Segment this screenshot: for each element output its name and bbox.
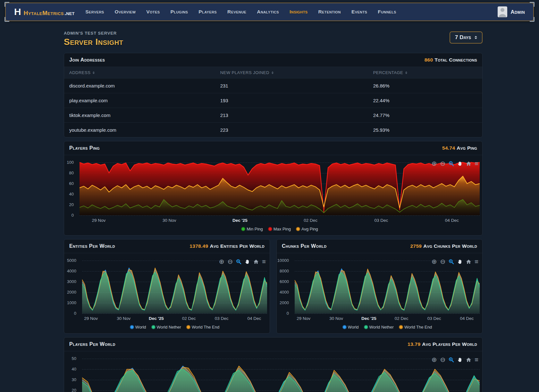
nav-item-revenue[interactable]: Revenue bbox=[227, 9, 246, 15]
table-cell: 24.77% bbox=[373, 113, 477, 118]
stat-value: 2759 bbox=[410, 243, 422, 249]
home-icon[interactable] bbox=[466, 259, 471, 264]
area-world-nether bbox=[82, 271, 267, 313]
user-name: Admin bbox=[510, 9, 525, 15]
home-icon[interactable] bbox=[466, 161, 471, 166]
stat-value: 13.79 bbox=[408, 341, 420, 347]
legend-item-world-the-end[interactable]: World The End bbox=[186, 325, 219, 329]
y-tick-label: 60 bbox=[69, 181, 74, 186]
stat-label: Total Connections bbox=[434, 57, 477, 63]
menu-icon[interactable]: ≡ bbox=[262, 258, 266, 265]
legend-item-world[interactable]: World bbox=[342, 325, 359, 329]
date-range-label: 7 Days bbox=[455, 34, 471, 41]
zoom-out-icon[interactable]: ⊖ bbox=[228, 258, 233, 265]
nav-item-insights[interactable]: Insights bbox=[290, 9, 307, 15]
zoom-in-icon[interactable]: ⊕ bbox=[432, 258, 437, 265]
column-header-new-players-joined[interactable]: NEW PLAYERS JOINED bbox=[220, 70, 373, 75]
column-header-percentage[interactable]: PERCENTAGE bbox=[373, 70, 477, 75]
y-tick-label: 8000 bbox=[280, 269, 289, 273]
pan-icon[interactable] bbox=[457, 259, 463, 264]
home-icon[interactable] bbox=[253, 259, 259, 264]
players-ping-panel: Players Ping 54.74Avg Ping 020406080100 … bbox=[64, 141, 483, 236]
zoom-out-icon[interactable]: ⊖ bbox=[440, 356, 446, 363]
entities-chart[interactable]: 010002000300040005000 ⊕ ⊖ ≡ 29 Nov30 Nov… bbox=[64, 253, 270, 333]
nav-item-events[interactable]: Events bbox=[351, 9, 367, 15]
players-per-world-chart[interactable]: 01020304050 ⊕ ⊖ ≡ 29 Nov30 NovDec '2502 … bbox=[64, 351, 482, 392]
legend-dot bbox=[186, 325, 190, 329]
legend-item-world-the-end[interactable]: World The End bbox=[399, 325, 432, 329]
x-tick-label: Dec '25 bbox=[149, 316, 164, 321]
menu-icon[interactable]: ≡ bbox=[475, 160, 478, 167]
server-name-eyebrow: ADMIN'S TEST SERVER bbox=[64, 31, 123, 36]
y-tick-label: 20 bbox=[72, 388, 76, 392]
plot-area[interactable]: ⊕ ⊖ ≡ bbox=[80, 160, 480, 215]
x-tick-label: 04 Dec bbox=[460, 316, 474, 321]
legend-item-min-ping[interactable]: Min Ping bbox=[241, 227, 263, 231]
home-icon[interactable] bbox=[466, 357, 471, 363]
box-zoom-icon[interactable] bbox=[449, 259, 454, 264]
nav-item-funnels[interactable]: Funnels bbox=[378, 9, 396, 15]
sort-icon[interactable] bbox=[272, 71, 274, 74]
page-header: ADMIN'S TEST SERVER Server Insight 7 Day… bbox=[64, 31, 483, 47]
sort-icon[interactable] bbox=[405, 71, 407, 74]
y-tick-label: 5000 bbox=[67, 258, 76, 263]
legend-dot bbox=[268, 227, 272, 231]
legend-item-world[interactable]: World bbox=[130, 325, 146, 329]
nav-item-overview[interactable]: Overview bbox=[115, 9, 136, 15]
pan-icon[interactable] bbox=[457, 161, 463, 166]
x-tick-label: 04 Dec bbox=[445, 218, 459, 223]
box-zoom-icon[interactable] bbox=[236, 259, 241, 264]
brand[interactable]: H HytaleMetrics .net bbox=[14, 7, 74, 17]
x-axis: 29 Nov30 NovDec '2502 Dec03 Dec04 Dec bbox=[82, 315, 267, 322]
date-range-select[interactable]: 7 Days bbox=[450, 31, 483, 44]
table-cell: tiktok.example.com bbox=[69, 113, 220, 118]
players-ping-chart[interactable]: 020406080100 ⊕ ⊖ ≡ 29 Nov30 NovDec '2502… bbox=[64, 155, 482, 235]
x-tick-label: Dec '25 bbox=[232, 218, 248, 223]
nav-item-servers[interactable]: Servers bbox=[85, 9, 104, 15]
zoom-out-icon[interactable]: ⊖ bbox=[440, 258, 446, 265]
user-menu[interactable]: Admin bbox=[498, 6, 525, 17]
sort-icon[interactable] bbox=[93, 71, 95, 74]
stat-label: Avg Chunks Per World bbox=[423, 243, 477, 249]
menu-icon[interactable]: ≡ bbox=[475, 258, 478, 265]
legend-label: World Nether bbox=[369, 325, 394, 329]
zoom-out-icon[interactable]: ⊖ bbox=[440, 160, 446, 167]
plot-area[interactable]: ⊕ ⊖ ≡ bbox=[82, 356, 480, 392]
legend-label: Min Ping bbox=[247, 227, 263, 231]
nav-item-plugins[interactable]: Plugins bbox=[171, 9, 188, 15]
box-zoom-icon[interactable] bbox=[449, 161, 454, 166]
y-tick-label: 100 bbox=[67, 160, 74, 165]
zoom-in-icon[interactable]: ⊕ bbox=[219, 258, 224, 265]
stat-value: 54.74 bbox=[442, 145, 455, 151]
chunks-chart[interactable]: 0200040006000800010000 ⊕ ⊖ ≡ 29 Nov30 No… bbox=[277, 253, 482, 333]
zoom-in-icon[interactable]: ⊕ bbox=[432, 356, 437, 363]
plot-area[interactable]: ⊕ ⊖ ≡ bbox=[295, 258, 480, 313]
brand-tld: .net bbox=[64, 10, 74, 17]
pan-icon[interactable] bbox=[245, 259, 250, 264]
area-world-nether bbox=[295, 272, 480, 313]
legend-item-world-nether[interactable]: World Nether bbox=[151, 325, 181, 329]
x-tick-label: 03 Dec bbox=[427, 316, 441, 321]
legend-label: World bbox=[348, 325, 359, 329]
pan-icon[interactable] bbox=[457, 357, 463, 363]
legend-label: World Nether bbox=[157, 325, 181, 329]
zoom-in-icon[interactable]: ⊕ bbox=[432, 160, 437, 167]
box-zoom-icon[interactable] bbox=[449, 357, 454, 363]
y-tick-label: 0 bbox=[72, 213, 74, 218]
menu-icon[interactable]: ≡ bbox=[475, 356, 478, 363]
plot-area[interactable]: ⊕ ⊖ ≡ bbox=[82, 258, 267, 313]
column-label: PERCENTAGE bbox=[373, 70, 403, 75]
nav-item-retention[interactable]: Retention bbox=[318, 9, 341, 15]
top-nav: H HytaleMetrics .net ServersOverviewVote… bbox=[5, 3, 534, 21]
legend-item-avg-ping[interactable]: Avg Ping bbox=[296, 227, 318, 231]
y-tick-label: 4000 bbox=[280, 290, 289, 295]
legend-item-max-ping[interactable]: Max Ping bbox=[268, 227, 291, 231]
nav-item-players[interactable]: Players bbox=[198, 9, 217, 15]
y-tick-label: 40 bbox=[69, 192, 74, 196]
legend-item-world-nether[interactable]: World Nether bbox=[364, 325, 394, 329]
table-header: ADDRESSNEW PLAYERS JOINEDPERCENTAGE bbox=[64, 67, 482, 79]
column-header-address[interactable]: ADDRESS bbox=[69, 70, 220, 75]
nav-item-analytics[interactable]: Analytics bbox=[257, 9, 279, 15]
nav-item-votes[interactable]: Votes bbox=[146, 9, 160, 15]
legend-dot bbox=[151, 325, 156, 329]
